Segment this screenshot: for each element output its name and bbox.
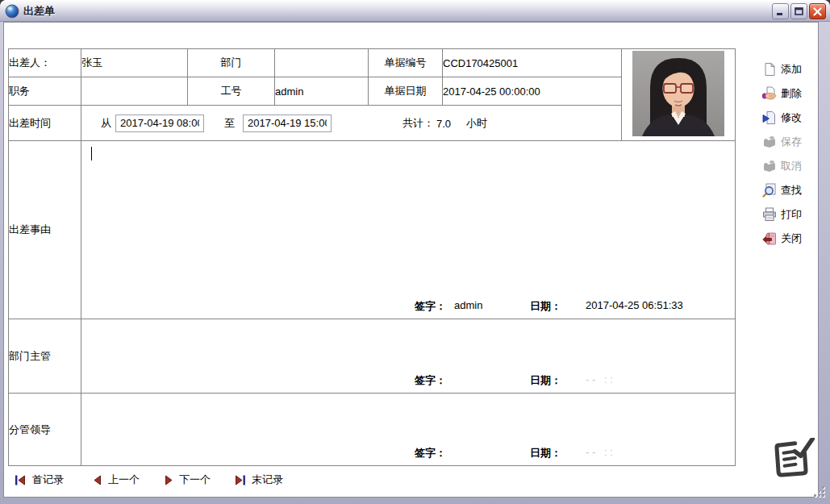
first-record-button[interactable]: 首记录 <box>15 473 64 487</box>
reason-date-value: 2017-04-25 06:51:33 <box>586 299 683 311</box>
leader-date-label: 日期： <box>530 446 561 460</box>
emp-no-field[interactable]: admin <box>275 77 369 106</box>
doc-date-label: 单据日期 <box>369 77 443 106</box>
text-caret <box>91 147 92 160</box>
close-button[interactable] <box>809 3 826 19</box>
find-button[interactable]: 查找 <box>762 178 819 202</box>
nav-last-icon <box>234 475 246 485</box>
reason-sign-label: 签字： <box>415 299 446 314</box>
add-button[interactable]: 添加 <box>762 57 819 81</box>
reason-label: 出差事由 <box>9 141 81 319</box>
position-label: 职务 <box>9 77 81 106</box>
leader-date-value: - - : : <box>586 446 613 458</box>
toolbar: 添加 删除 修改 保存 <box>762 57 819 251</box>
globe-icon <box>5 4 19 19</box>
form-panel: 出差人： 张玉 部门 单据编号 CCD170425001 <box>3 22 819 498</box>
print-button[interactable]: 打印 <box>762 202 819 227</box>
leader-sign-label: 签字： <box>415 446 446 460</box>
modify-button[interactable]: 修改 <box>762 106 819 130</box>
prev-record-button[interactable]: 上一个 <box>93 473 140 487</box>
record-navigation: 首记录 上一个 下一个 末记录 <box>4 473 818 492</box>
close-form-button-label: 关闭 <box>781 231 802 246</box>
maximize-icon <box>795 7 803 16</box>
nav-prev-icon <box>93 475 102 485</box>
window-title: 出差单 <box>23 4 55 19</box>
supervisor-label: 部门主管 <box>9 319 81 394</box>
total-unit-label: 小时 <box>466 116 487 131</box>
find-button-label: 查找 <box>781 183 802 198</box>
first-record-label: 首记录 <box>32 473 64 487</box>
add-button-label: 添加 <box>781 62 802 77</box>
close-form-button[interactable]: 关闭 <box>762 227 819 251</box>
delete-hand-icon <box>762 86 777 101</box>
prev-record-label: 上一个 <box>108 473 140 487</box>
delete-button[interactable]: 删除 <box>762 81 819 106</box>
leader-label: 分管领导 <box>9 394 81 466</box>
nav-next-icon <box>164 475 173 485</box>
dept-field[interactable] <box>275 49 369 77</box>
minimize-button[interactable] <box>772 3 789 19</box>
document-check-logo <box>767 438 817 482</box>
trip-time-row: 从 至 共计： 7.0 小时 <box>81 106 622 141</box>
maximize-button[interactable] <box>790 3 807 19</box>
reason-sign-value: admin <box>454 299 482 311</box>
cancel-button[interactable]: 取消 <box>762 154 819 178</box>
position-field[interactable] <box>81 77 188 106</box>
traveler-field[interactable]: 张玉 <box>81 49 188 77</box>
trip-form-table: 出差人： 张玉 部门 单据编号 CCD170425001 <box>8 48 736 466</box>
trip-from-input[interactable] <box>115 115 204 132</box>
next-record-button[interactable]: 下一个 <box>164 473 211 487</box>
nav-first-icon <box>15 475 27 485</box>
modify-button-label: 修改 <box>781 110 802 125</box>
minimize-icon <box>776 7 785 16</box>
traveler-label: 出差人： <box>9 49 81 77</box>
last-record-button[interactable]: 末记录 <box>234 473 283 487</box>
supervisor-date-value: - - : : <box>586 373 613 385</box>
save-button-label: 保存 <box>781 135 802 149</box>
dept-label: 部门 <box>188 49 275 77</box>
to-label: 至 <box>224 116 235 131</box>
trip-to-input[interactable] <box>243 115 332 132</box>
employee-photo <box>632 51 724 136</box>
cancel-button-label: 取消 <box>781 159 802 173</box>
save-button[interactable]: 保存 <box>762 130 819 154</box>
reason-date-label: 日期： <box>530 299 561 314</box>
doc-date-field[interactable]: 2017-04-25 00:00:00 <box>443 77 622 106</box>
employee-photo-cell[interactable] <box>622 49 736 141</box>
last-record-label: 末记录 <box>252 473 283 487</box>
app-window: 出差单 出差人： 张玉 部门 单据编号 <box>0 0 830 504</box>
from-label: 从 <box>101 116 111 131</box>
save-icon <box>762 135 777 149</box>
delete-button-label: 删除 <box>781 86 802 101</box>
cancel-icon <box>762 159 777 173</box>
total-hours-value: 7.0 <box>436 117 451 129</box>
emp-no-label: 工号 <box>188 77 275 106</box>
titlebar[interactable]: 出差单 <box>0 0 830 22</box>
supervisor-sign-label: 签字： <box>415 373 446 388</box>
close-book-icon <box>762 231 777 246</box>
modify-arrow-icon <box>762 110 777 125</box>
print-printer-icon <box>762 207 777 222</box>
trip-time-label: 出差时间 <box>9 106 81 141</box>
doc-no-label: 单据编号 <box>369 49 443 77</box>
print-button-label: 打印 <box>781 207 802 222</box>
supervisor-date-label: 日期： <box>530 373 561 388</box>
leader-area[interactable]: 签字： 日期： - - : : <box>81 394 736 466</box>
next-record-label: 下一个 <box>179 473 211 487</box>
total-label: 共计： <box>402 116 434 131</box>
supervisor-area[interactable]: 签字： 日期： - - : : <box>81 319 736 394</box>
find-magnifier-icon <box>762 183 777 198</box>
add-doc-icon <box>762 62 777 77</box>
reason-area[interactable]: 签字： admin 日期： 2017-04-25 06:51:33 <box>81 141 736 319</box>
resize-grip[interactable] <box>814 486 826 498</box>
close-icon <box>813 7 822 16</box>
doc-no-field[interactable]: CCD170425001 <box>443 49 622 77</box>
